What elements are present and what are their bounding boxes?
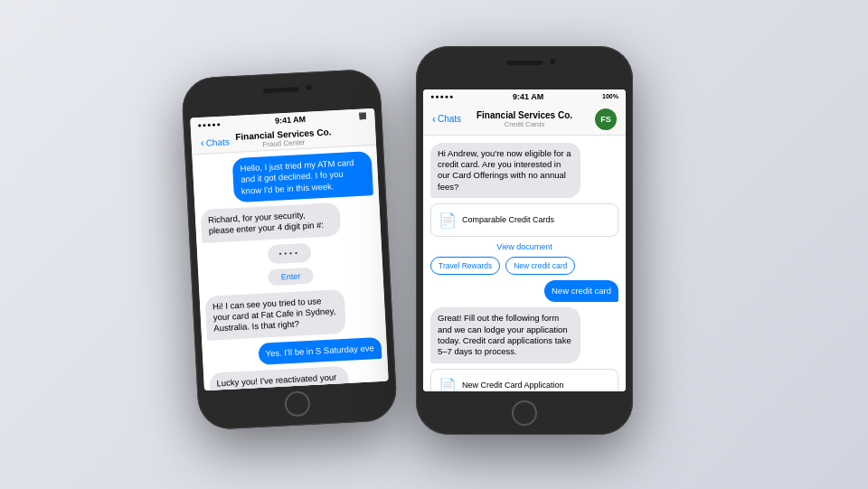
front-response-bubble: Great! Fill out the following form and w…	[430, 307, 580, 362]
back-battery: ⬛	[359, 112, 367, 119]
back-bubble-2: Richard, for your security, please enter…	[201, 202, 341, 243]
back-msg-5: Lucky you! I've reactivated your card. I…	[209, 363, 384, 390]
back-bubble-3: Hi! I can see you tried to use your card…	[205, 288, 346, 340]
front-signal: ●●●●●	[430, 93, 454, 99]
front-status-bar: ●●●●● 9:41 AM 100%	[423, 89, 626, 104]
front-nav-back-label: Chats	[438, 114, 461, 124]
back-phone: ●●●●● 9:41 AM ⬛ ‹ Chats Financial Servic…	[181, 68, 398, 430]
front-view-doc-link[interactable]: View document	[430, 242, 618, 251]
front-doc-icon-1: 📄	[439, 212, 457, 229]
front-new-credit-card-btn[interactable]: New credit card	[505, 257, 575, 275]
back-phone-screen: ●●●●● 9:41 AM ⬛ ‹ Chats Financial Servic…	[190, 108, 389, 390]
phones-container: ●●●●● 9:41 AM ⬛ ‹ Chats Financial Servic…	[163, 19, 705, 471]
front-doc-card-2[interactable]: 📄 New Credit Card Application	[430, 369, 618, 391]
front-response-row: Great! Fill out the following form and w…	[430, 307, 618, 362]
front-title-block: Financial Services Co. Credit Cards	[476, 110, 572, 128]
front-bubble-1: Hi Andrew, you're now eligible for a cre…	[430, 143, 580, 198]
back-msg-2: Richard, for your security, please enter…	[201, 201, 376, 243]
back-title-block: Financial Services Co. Fraud Center	[235, 127, 332, 150]
back-phone-speaker	[263, 87, 299, 93]
front-msg-1: Hi Andrew, you're now eligible for a cre…	[430, 143, 618, 198]
back-bubble-1: Hello, I just tried my ATM card and it g…	[232, 151, 373, 202]
back-arrow-icon: ‹	[200, 136, 204, 148]
front-phone-speaker	[506, 61, 542, 65]
back-chats-button[interactable]: ‹ Chats	[200, 135, 230, 149]
back-phone-camera	[306, 84, 311, 89]
back-dots-bubble: ••••	[268, 242, 311, 263]
front-back-arrow-icon: ‹	[432, 113, 436, 126]
back-msg-4: Yes. I'll be in S Saturday eve	[207, 336, 382, 367]
front-doc-card-1[interactable]: 📄 Comparable Credit Cards	[430, 203, 618, 237]
front-travel-rewards-btn[interactable]: Travel Rewards	[430, 257, 500, 275]
back-msg-1: Hello, I just tried my ATM card and it g…	[198, 151, 373, 204]
front-time: 9:41 AM	[513, 92, 543, 101]
back-chat-area: Hello, I just tried my ATM card and it g…	[192, 145, 388, 390]
avatar: FS	[595, 108, 617, 130]
front-selected-reply-bubble: New credit card	[544, 280, 618, 302]
back-signal: ●●●●●	[197, 120, 221, 127]
back-nav-label: Chats	[205, 136, 230, 146]
front-nav-bar: ‹ Chats Financial Services Co. Credit Ca…	[423, 104, 626, 136]
front-battery: 100%	[602, 93, 618, 99]
back-enter-btn[interactable]: Enter	[268, 267, 313, 286]
back-msg-3: Hi! I can see you tried to use your card…	[205, 287, 381, 340]
front-chat-area: Hi Andrew, you're now eligible for a cre…	[423, 136, 626, 391]
front-selected-reply-row: New credit card	[430, 280, 618, 302]
front-phone-home[interactable]	[512, 400, 537, 426]
front-quick-replies: Travel Rewards New credit card	[430, 257, 618, 275]
front-doc-label-1: Comparable Credit Cards	[462, 215, 554, 224]
front-phone-screen: ●●●●● 9:41 AM 100% ‹ Chats Financial Ser…	[423, 89, 626, 391]
front-doc-icon-2: 📄	[439, 377, 457, 391]
front-chats-button[interactable]: ‹ Chats	[432, 113, 461, 126]
front-phone: ●●●●● 9:41 AM 100% ‹ Chats Financial Ser…	[416, 46, 633, 435]
front-nav-title: Financial Services Co.	[476, 110, 572, 120]
front-phone-camera	[550, 59, 555, 64]
back-bubble-5: Lucky you! I've reactivated your card. I…	[209, 365, 350, 390]
back-time: 9:41 AM	[275, 114, 307, 125]
back-bubble-4: Yes. I'll be in S Saturday eve	[258, 336, 382, 364]
front-doc-label-2: New Credit Card Application	[462, 381, 564, 390]
back-phone-home[interactable]	[284, 390, 310, 417]
front-nav-subtitle: Credit Cards	[476, 120, 572, 128]
